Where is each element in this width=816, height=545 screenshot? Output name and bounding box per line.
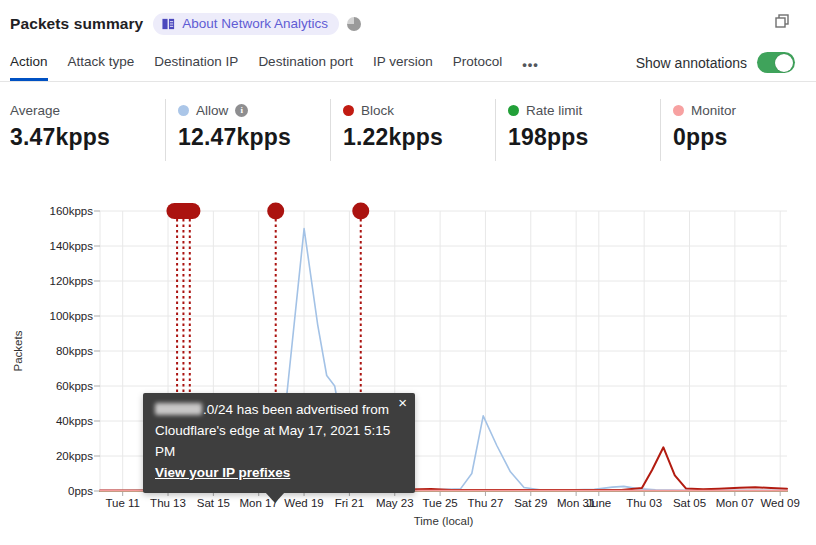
more-tabs-button[interactable]: ••• bbox=[522, 57, 539, 81]
svg-text:0pps: 0pps bbox=[68, 485, 93, 497]
stat-label: Average bbox=[10, 103, 60, 118]
annotation-marker-dot[interactable] bbox=[267, 203, 284, 220]
page-title: Packets summary bbox=[10, 15, 143, 33]
svg-text:100kpps: 100kpps bbox=[50, 310, 94, 322]
stat-value: 198pps bbox=[508, 124, 660, 151]
open-window-icon[interactable] bbox=[774, 13, 790, 29]
stat-average: Average 3.47kpps bbox=[0, 99, 165, 161]
svg-text:120kpps: 120kpps bbox=[50, 275, 94, 287]
stat-value: 1.22kpps bbox=[343, 124, 495, 151]
tabs-separator bbox=[0, 81, 816, 82]
svg-text:Mon 07: Mon 07 bbox=[716, 497, 754, 509]
redacted-ip-prefix bbox=[155, 403, 202, 415]
pie-chart-icon bbox=[347, 17, 361, 31]
toggle-knob bbox=[775, 54, 793, 72]
tab-destination-ip[interactable]: Destination IP bbox=[154, 54, 238, 81]
book-icon bbox=[161, 17, 176, 31]
info-icon[interactable]: i bbox=[235, 104, 248, 117]
svg-text:20kpps: 20kpps bbox=[56, 450, 93, 462]
svg-text:May 23: May 23 bbox=[376, 497, 414, 509]
tab-destination-port[interactable]: Destination port bbox=[258, 54, 353, 81]
tooltip-line1: .0/24 has been advertised from bbox=[155, 400, 391, 421]
show-annotations-control: Show annotations bbox=[636, 52, 795, 73]
tab-protocol[interactable]: Protocol bbox=[453, 54, 503, 81]
tooltip-line2: Cloudflare's edge at May 17, 2021 5:15 P… bbox=[155, 421, 391, 463]
stat-label: Block bbox=[361, 103, 394, 118]
stat-value: 3.47kpps bbox=[10, 124, 165, 151]
svg-text:160kpps: 160kpps bbox=[50, 205, 94, 217]
stat-monitor: Monitor 0pps bbox=[660, 99, 816, 161]
view-ip-prefixes-link[interactable]: View your IP prefixes bbox=[155, 465, 290, 480]
show-annotations-label: Show annotations bbox=[636, 55, 747, 71]
block-dot-icon bbox=[343, 105, 354, 116]
tab-attack-type[interactable]: Attack type bbox=[68, 54, 135, 81]
stat-block: Block 1.22kpps bbox=[330, 99, 495, 161]
svg-text:Thu 13: Thu 13 bbox=[150, 497, 186, 509]
stat-label: Allow bbox=[196, 103, 228, 118]
annotation-tooltip: × .0/24 has been advertised from Cloudfl… bbox=[143, 393, 415, 493]
svg-text:Tue 25: Tue 25 bbox=[422, 497, 457, 509]
stat-allow: Allow i 12.47kpps bbox=[165, 99, 330, 161]
svg-text:Fri 21: Fri 21 bbox=[335, 497, 364, 509]
svg-text:Sat 05: Sat 05 bbox=[673, 497, 706, 509]
packets-summary-panel: Packets summary About Network Analytics … bbox=[0, 0, 816, 545]
svg-text:Sat 29: Sat 29 bbox=[514, 497, 547, 509]
svg-text:Wed 19: Wed 19 bbox=[284, 497, 323, 509]
svg-text:Sat 15: Sat 15 bbox=[197, 497, 230, 509]
monitor-dot-icon bbox=[673, 105, 684, 116]
svg-text:Thu 27: Thu 27 bbox=[468, 497, 504, 509]
stat-value: 12.47kpps bbox=[178, 124, 330, 151]
tab-bar: Action Attack type Destination IP Destin… bbox=[10, 54, 539, 81]
stat-value: 0pps bbox=[673, 124, 816, 151]
svg-text:Wed 09: Wed 09 bbox=[760, 497, 799, 509]
stat-label: Monitor bbox=[691, 103, 736, 118]
svg-text:Thu 03: Thu 03 bbox=[626, 497, 662, 509]
stat-label: Rate limit bbox=[526, 103, 582, 118]
close-icon[interactable]: × bbox=[398, 395, 407, 410]
svg-text:40kpps: 40kpps bbox=[56, 415, 93, 427]
rate-limit-dot-icon bbox=[508, 105, 519, 116]
tab-action[interactable]: Action bbox=[10, 54, 48, 81]
stat-rate-limit: Rate limit 198pps bbox=[495, 99, 660, 161]
tooltip-line1-text: .0/24 has been advertised from bbox=[203, 402, 389, 417]
annotation-marker-dot[interactable] bbox=[352, 203, 369, 220]
svg-text:Tue 11: Tue 11 bbox=[105, 497, 140, 509]
packets-chart: 0pps20kpps40kpps60kpps80kpps100kpps120kp… bbox=[0, 195, 816, 545]
header: Packets summary About Network Analytics bbox=[10, 10, 790, 38]
show-annotations-toggle[interactable] bbox=[757, 52, 795, 73]
y-axis-label: Packets bbox=[12, 330, 24, 371]
allow-dot-icon bbox=[178, 105, 189, 116]
badge-label: About Network Analytics bbox=[182, 16, 328, 31]
about-network-analytics-badge[interactable]: About Network Analytics bbox=[153, 13, 339, 35]
svg-text:140kpps: 140kpps bbox=[50, 240, 94, 252]
svg-text:June: June bbox=[586, 497, 611, 509]
tab-ip-version[interactable]: IP version bbox=[373, 54, 433, 81]
x-axis-label: Time (local) bbox=[414, 515, 474, 527]
tooltip-tail bbox=[265, 492, 285, 503]
svg-text:60kpps: 60kpps bbox=[56, 380, 93, 392]
stats-row: Average 3.47kpps Allow i 12.47kpps Block… bbox=[0, 99, 816, 161]
svg-text:80kpps: 80kpps bbox=[56, 345, 93, 357]
annotation-marker-pill[interactable] bbox=[166, 203, 200, 219]
